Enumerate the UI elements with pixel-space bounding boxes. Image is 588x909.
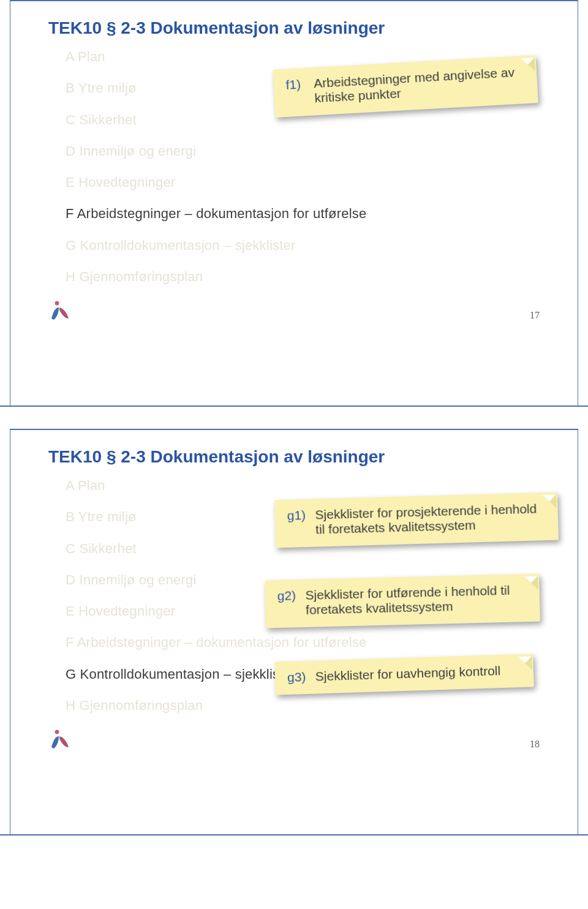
fold-corner-icon <box>543 495 557 509</box>
list-item: D Innemiljø og energi <box>66 143 540 159</box>
list-item: H Gjennomføringsplan <box>66 269 540 284</box>
callout-number: g2) <box>277 588 302 603</box>
brand-logo-icon <box>48 729 70 750</box>
callout-text: Arbeidstegninger med angivelse av kritis… <box>314 64 524 105</box>
list-item: E Hovedtegninger <box>66 175 540 190</box>
list-item: F Arbeidstegninger – dokumentasjon for u… <box>66 635 540 650</box>
callout-text: Sjekklister for uavhengig kontroll <box>315 663 521 684</box>
list-item: G Kontrolldokumentasjon – sjekklister <box>66 238 540 253</box>
svg-point-0 <box>55 301 59 306</box>
callout-number: g3) <box>287 669 312 685</box>
svg-point-1 <box>55 730 59 734</box>
brand-logo-icon <box>48 300 70 321</box>
fold-corner-icon <box>518 656 532 670</box>
slide-title: TEK10 § 2-3 Dokumentasjon av løsninger <box>48 18 540 38</box>
fold-corner-icon <box>524 576 538 590</box>
slide-title: TEK10 § 2-3 Dokumentasjon av løsninger <box>48 447 540 467</box>
callout-text: Sjekklister for utførende i henhold til … <box>305 583 526 617</box>
callout-number: f1) <box>285 77 311 92</box>
page-number: 17 <box>530 310 540 321</box>
callout-g1: g1) Sjekklister for prosjekterende i hen… <box>274 492 559 548</box>
callout-g2: g2) Sjekklister for utførende i henhold … <box>265 574 540 628</box>
fold-corner-icon <box>521 58 535 72</box>
callout-text: Sjekklister for prosjekterende i henhold… <box>315 501 545 537</box>
page-number: 18 <box>530 739 540 750</box>
slide-1: TEK10 § 2-3 Dokumentasjon av løsninger A… <box>0 1 588 407</box>
slide-2: TEK10 § 2-3 Dokumentasjon av løsninger A… <box>0 430 588 835</box>
list-item: A Plan <box>66 478 540 493</box>
callout-number: g1) <box>287 508 312 523</box>
list-item: H Gjennomføringsplan <box>66 698 540 713</box>
list-item-active: F Arbeidstegninger – dokumentasjon for u… <box>66 206 540 221</box>
